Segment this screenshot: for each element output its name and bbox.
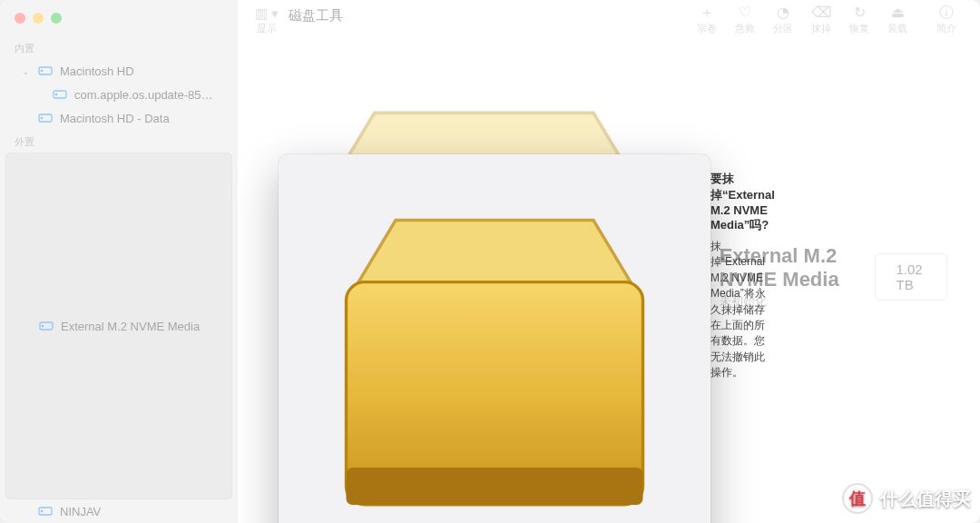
watermark-icon: 值 [842,483,873,514]
watermark-text: 什么值得买 [880,487,971,511]
svg-rect-15 [347,468,643,505]
external-drive-icon [297,171,692,523]
dialog-heading: 要抹掉“External M.2 NVME Media”吗? [710,171,775,233]
disk-utility-window: 内置 ⌄ Macintosh HD com.apple.os.update-85… [0,0,980,523]
dialog-message: 抹掉“External M.2 NVME Media”将永久抹掉储存在上面的所有… [710,239,775,381]
svg-marker-13 [358,221,631,282]
watermark: 值 什么值得买 [842,483,971,514]
erase-dialog: 要抹掉“External M.2 NVME Media”吗? 抹掉“Extern… [279,154,710,523]
